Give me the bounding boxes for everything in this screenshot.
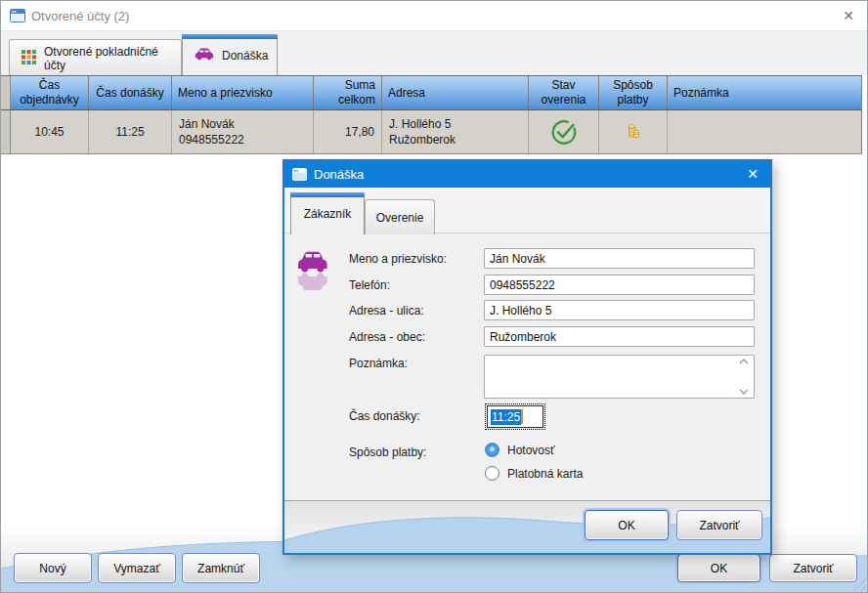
tab-donaska[interactable]: Donáška: [182, 34, 278, 76]
window-title: Otvorené účty (2): [31, 9, 129, 23]
radio-label: Hotovosť: [507, 444, 555, 457]
address-city: Ružomberok: [389, 132, 521, 148]
donaska-dialog: Donáška ✕ Zákazník Overenie: [282, 159, 772, 555]
radio-selected-icon: [485, 443, 499, 457]
column-header-meno[interactable]: Meno a priezvisko: [172, 76, 314, 109]
column-header-cas-objednavky[interactable]: Čas objednávky: [11, 76, 89, 109]
dialog-window-icon: [292, 168, 307, 181]
adresa-obec-field[interactable]: [484, 326, 755, 347]
tab-label: Otvorené pokladničné účty: [44, 45, 169, 72]
titlebar: Otvorené účty (2) ✕: [1, 1, 867, 30]
novy-button[interactable]: Nový: [14, 553, 92, 583]
main-tabstrip: Otvorené pokladničné účty Donáška: [1, 30, 867, 75]
cell-name-phone: Ján Novák 0948555222: [172, 110, 314, 153]
cash-coins-icon: [623, 121, 644, 143]
customer-phone: 0948555222: [179, 132, 306, 148]
label-cas-donasky: Čas donášky:: [349, 409, 420, 423]
label-adresa-obec: Adresa - obec:: [349, 330, 425, 344]
cell-total: 17,80: [314, 110, 382, 153]
radio-platobna-karta[interactable]: Platobná karta: [485, 466, 583, 481]
dialog-ok-button[interactable]: OK: [585, 510, 669, 540]
telefon-field[interactable]: [484, 275, 755, 295]
column-header-sposob-platby[interactable]: Spôsob platby: [599, 76, 668, 109]
window-icon: [10, 9, 25, 22]
chevron-down-icon[interactable]: [739, 389, 749, 395]
dialog-footer: OK Zatvoriť: [284, 501, 770, 553]
text-caret: [521, 409, 523, 424]
close-icon[interactable]: ✕: [840, 7, 857, 24]
column-header-suma[interactable]: Suma celkom: [314, 76, 382, 109]
main-window: Otvorené účty (2) ✕ Otvorené pokladničné…: [0, 0, 868, 593]
row-selector[interactable]: [1, 110, 11, 153]
label-telefon: Telefón:: [349, 278, 390, 292]
poznamka-textarea[interactable]: [484, 355, 755, 399]
tab-otvorene-pokladnicne-ucty[interactable]: Otvorené pokladničné účty: [9, 39, 182, 76]
dialog-titlebar: Donáška ✕: [284, 161, 770, 188]
orders-table: Čas objednávky Čas donášky Meno a priezv…: [1, 75, 862, 154]
zamknut-button[interactable]: Zamknúť: [182, 553, 260, 583]
cell-order-time: 10:45: [11, 110, 89, 153]
grid-icon: [22, 50, 36, 67]
dialog-title: Donáška: [314, 167, 364, 182]
tab-label: Donáška: [222, 49, 268, 63]
table-row[interactable]: 10:45 11:25 Ján Novák 0948555222 17,80 J…: [1, 110, 862, 154]
textarea-scroll-arrows: [737, 359, 751, 395]
main-ok-button[interactable]: OK: [677, 554, 760, 582]
active-tab-stripe: [182, 34, 278, 39]
radio-unselected-icon: [485, 466, 499, 481]
selected-time-text: 11:25: [491, 409, 521, 425]
column-header-poznamka[interactable]: Poznámka: [668, 76, 862, 109]
active-tab-stripe: [290, 192, 365, 197]
cell-payment: [599, 110, 668, 153]
tab-zakaznik[interactable]: Zákazník: [290, 192, 365, 234]
label-meno: Meno a priezvisko:: [349, 252, 447, 266]
vymazat-button[interactable]: Vymazať: [98, 553, 176, 583]
table-header-row: Čas objednávky Čas donášky Meno a priezv…: [1, 75, 862, 110]
cas-donasky-field[interactable]: 11:25: [487, 405, 543, 428]
chevron-up-icon[interactable]: [739, 359, 749, 364]
cell-verified: [529, 110, 599, 153]
label-sposob-platby: Spôsob platby:: [349, 445, 426, 459]
main-zatvorit-button[interactable]: Zatvoriť: [769, 554, 857, 582]
cell-note: [668, 110, 862, 153]
dialog-zatvorit-button[interactable]: Zatvoriť: [676, 510, 762, 540]
dialog-tabstrip: Zákazník Overenie: [284, 188, 770, 233]
label-poznamka: Poznámka:: [349, 357, 408, 370]
column-header-stav-overenia[interactable]: Stav overenia: [529, 76, 599, 109]
column-header-cas-donasky[interactable]: Čas donášky: [89, 76, 172, 109]
tab-label: Overenie: [376, 211, 424, 225]
car-icon: [195, 48, 214, 64]
address-street: J. Hollého 5: [389, 116, 521, 132]
label-adresa-ulica: Adresa - ulica:: [349, 304, 424, 318]
cell-delivery-time: 11:25: [89, 110, 172, 153]
verified-check-icon: [549, 117, 579, 147]
tab-overenie[interactable]: Overenie: [365, 199, 435, 234]
column-header-adresa[interactable]: Adresa: [382, 76, 529, 109]
tab-label: Zákazník: [304, 207, 352, 221]
cell-address: J. Hollého 5 Ružomberok: [382, 110, 529, 153]
radio-label: Platobná karta: [507, 467, 583, 481]
adresa-ulica-field[interactable]: [484, 300, 755, 320]
customer-name: Ján Novák: [179, 116, 306, 132]
meno-field[interactable]: [484, 248, 755, 269]
dialog-close-icon[interactable]: ✕: [744, 165, 761, 183]
delivery-car-icon: [297, 249, 328, 293]
radio-hotovost[interactable]: Hotovosť: [485, 443, 555, 457]
corner-header: [1, 76, 11, 109]
